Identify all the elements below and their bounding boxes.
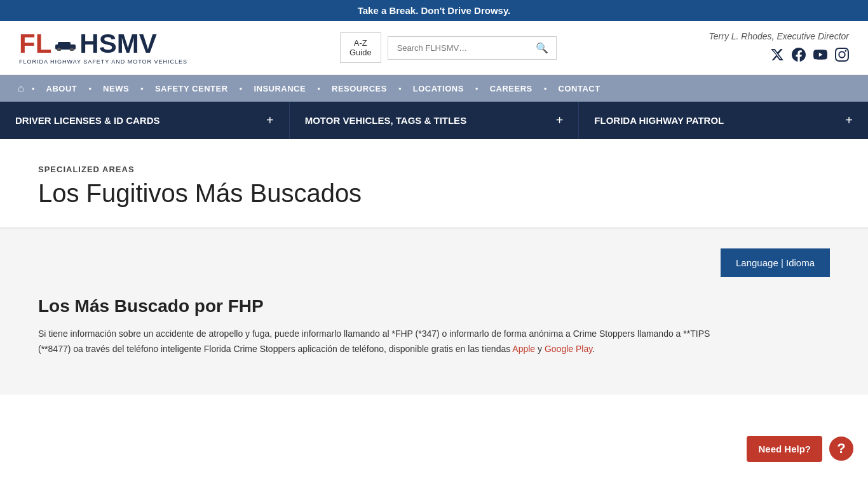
article-text-1: Si tiene información sobre un accidente … (38, 329, 710, 354)
nav-item-safety[interactable]: SAFETY CENTER (146, 76, 237, 101)
nav-item-about[interactable]: ABOUT (37, 76, 86, 101)
banner-text: Take a Break. Don't Drive Drowsy. (358, 5, 511, 16)
exec-director-text: Terry L. Rhodes, Executive Director (709, 31, 849, 41)
logo-car-icon (53, 41, 78, 51)
article-title: Los Más Buscado por FHP (38, 296, 830, 316)
page-content: SPECIALIZED AREAS Los Fugitivos Más Busc… (0, 139, 868, 227)
google-play-link[interactable]: Google Play (545, 344, 592, 354)
search-input[interactable] (388, 38, 528, 58)
header-center: A-Z Guide 🔍 (340, 32, 557, 63)
home-icon[interactable]: ⌂ (13, 75, 29, 102)
nav-item-insurance[interactable]: INSURANCE (245, 76, 315, 101)
cat-label-highway-patrol: FLORIDA HIGHWAY PATROL (594, 115, 724, 126)
youtube-icon[interactable] (813, 48, 827, 65)
twitter-icon[interactable] (770, 48, 784, 65)
top-banner: Take a Break. Don't Drive Drowsy. (0, 0, 868, 21)
main-navigation: ⌂ ● ABOUT ● NEWS ● SAFETY CENTER ● INSUR… (0, 75, 868, 102)
nav-item-news[interactable]: NEWS (94, 76, 138, 101)
section-breadcrumb: SPECIALIZED AREAS (38, 165, 830, 174)
nav-dot-4: ● (315, 86, 323, 92)
header: FL HSMV FLORIDA HIGHWAY SAFETY AND MOTOR… (0, 21, 868, 75)
cat-item-driver-licenses[interactable]: DRIVER LICENSES & ID CARDS + (0, 102, 290, 139)
cat-plus-driver-licenses: + (266, 113, 274, 128)
language-button[interactable]: Language | Idioma (721, 248, 830, 277)
nav-item-locations[interactable]: LOCATIONS (404, 76, 473, 101)
category-navigation: DRIVER LICENSES & ID CARDS + MOTOR VEHIC… (0, 102, 868, 139)
article-end: . (592, 344, 595, 354)
cat-label-driver-licenses: DRIVER LICENSES & ID CARDS (15, 115, 160, 126)
nav-item-resources[interactable]: RESOURCES (323, 76, 396, 101)
logo-subtitle: FLORIDA HIGHWAY SAFETY AND MOTOR VEHICLE… (19, 58, 187, 65)
article-body: Si tiene información sobre un accidente … (38, 327, 737, 357)
nav-dot-2: ● (138, 86, 146, 92)
apple-link[interactable]: Apple (512, 344, 535, 354)
logo-area: FL HSMV FLORIDA HIGHWAY SAFETY AND MOTOR… (19, 30, 187, 65)
nav-item-careers[interactable]: CAREERS (481, 76, 541, 101)
logo-top-row: FL HSMV (19, 30, 187, 57)
cat-item-highway-patrol[interactable]: FLORIDA HIGHWAY PATROL + (579, 102, 868, 139)
search-form: 🔍 (388, 36, 557, 60)
cat-label-motor-vehicles: MOTOR VEHICLES, TAGS & TITLES (305, 115, 466, 126)
logo-fl: FL (19, 30, 51, 57)
social-icons (770, 48, 849, 65)
cat-item-motor-vehicles[interactable]: MOTOR VEHICLES, TAGS & TITLES + (290, 102, 580, 139)
search-button[interactable]: 🔍 (528, 37, 556, 59)
nav-dot-1: ● (86, 86, 94, 92)
nav-dot-6: ● (473, 86, 481, 92)
nav-dot-0: ● (29, 86, 37, 92)
az-line2: Guide (349, 48, 372, 57)
az-guide-button[interactable]: A-Z Guide (340, 32, 381, 63)
logo-link[interactable]: FL HSMV FLORIDA HIGHWAY SAFETY AND MOTOR… (19, 30, 187, 65)
nav-dot-5: ● (396, 86, 404, 92)
facebook-icon[interactable] (792, 48, 806, 65)
az-line1: A-Z (349, 38, 372, 48)
logo-hsmv: HSMV (79, 30, 156, 57)
nav-dot-7: ● (541, 86, 550, 92)
header-right: Terry L. Rhodes, Executive Director (709, 31, 849, 65)
cat-plus-motor-vehicles: + (556, 113, 564, 128)
nav-dot-3: ● (237, 86, 245, 92)
logo-combined: FL HSMV FLORIDA HIGHWAY SAFETY AND MOTOR… (19, 30, 187, 65)
nav-item-contact[interactable]: CONTACT (550, 76, 609, 101)
lower-section: Language | Idioma Los Más Buscado por FH… (0, 229, 868, 395)
cat-plus-highway-patrol: + (845, 113, 853, 128)
instagram-icon[interactable] (835, 48, 849, 65)
article-separator: y (535, 344, 545, 354)
page-title: Los Fugitivos Más Buscados (38, 179, 830, 208)
svg-rect-1 (58, 42, 71, 46)
search-icon: 🔍 (536, 43, 548, 53)
